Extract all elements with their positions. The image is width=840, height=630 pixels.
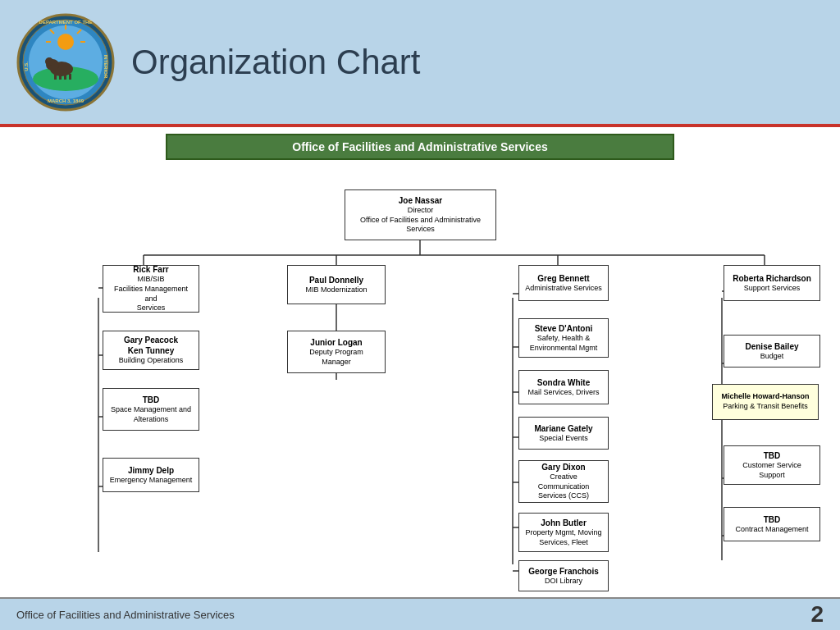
- box-tbd1: TBD Space Management and Alterations: [103, 388, 199, 431]
- footer: Office of Facilities and Administrative …: [0, 597, 840, 630]
- svg-text:INTERIOR: INTERIOR: [103, 54, 108, 78]
- box-greg: Greg Bennett Administrative Services: [518, 265, 609, 301]
- box-denise: Denise Bailey Budget: [724, 335, 820, 368]
- director-name: Joe Nassar: [399, 195, 442, 206]
- office-banner: Office of Facilities and Administrative …: [166, 134, 674, 160]
- org-chart: Joe Nassar Director Office of Facilities…: [16, 167, 824, 593]
- footer-page-number: 2: [810, 601, 824, 628]
- svg-rect-16: [69, 74, 71, 80]
- box-mariane: Mariane Gately Special Events: [518, 417, 609, 450]
- footer-left: Office of Facilities and Administrative …: [16, 609, 235, 621]
- content-area: Office of Facilities and Administrative …: [0, 127, 840, 597]
- box-junior: Junior Logan Deputy ProgramManager: [287, 331, 386, 373]
- box-george: George Franchois DOI Library: [518, 560, 609, 591]
- svg-rect-13: [54, 74, 57, 80]
- director-box: Joe Nassar Director Office of Facilities…: [345, 189, 496, 240]
- svg-text:U.S.: U.S.: [24, 61, 29, 71]
- svg-point-12: [45, 57, 53, 66]
- header: DEPARTMENT OF THE MARCH 3, 1849 U.S. INT…: [0, 0, 840, 127]
- box-john-b: John Butler Property Mgmt, MovingService…: [518, 513, 609, 552]
- box-gary-p: Gary PeacockKen Tunney Building Operatio…: [103, 331, 199, 370]
- box-michelle: Michelle Howard-Hanson Parking & Transit…: [712, 384, 819, 420]
- box-roberta: Roberta Richardson Support Services: [724, 265, 820, 301]
- box-jimmy: Jimmy Delp Emergency Management: [103, 458, 199, 492]
- svg-point-4: [57, 34, 74, 50]
- page-title: Organization Chart: [131, 43, 421, 82]
- svg-text:DEPARTMENT OF THE: DEPARTMENT OF THE: [39, 20, 93, 25]
- box-gary-d: Gary Dixon Creative CommunicationService…: [518, 460, 609, 503]
- svg-rect-15: [64, 74, 66, 80]
- doi-seal: DEPARTMENT OF THE MARCH 3, 1849 U.S. INT…: [16, 13, 115, 112]
- box-sondra: Sondra White Mail Services, Drivers: [518, 370, 609, 404]
- box-paul: Paul Donnelly MIB Modernization: [287, 265, 386, 304]
- svg-rect-14: [59, 74, 62, 80]
- box-rick: Rick Farr MIB/SIBFacilities Management a…: [103, 265, 199, 313]
- box-tbd3: TBD Contract Management: [724, 507, 820, 541]
- box-tbd2: TBD Customer ServiceSupport: [724, 445, 820, 485]
- director-title: Director: [408, 206, 434, 216]
- director-subtitle: Office of Facilities and Administrative …: [349, 216, 491, 235]
- svg-text:MARCH 3, 1849: MARCH 3, 1849: [48, 98, 84, 103]
- box-steve: Steve D'Antoni Safety, Health &Environme…: [518, 318, 609, 358]
